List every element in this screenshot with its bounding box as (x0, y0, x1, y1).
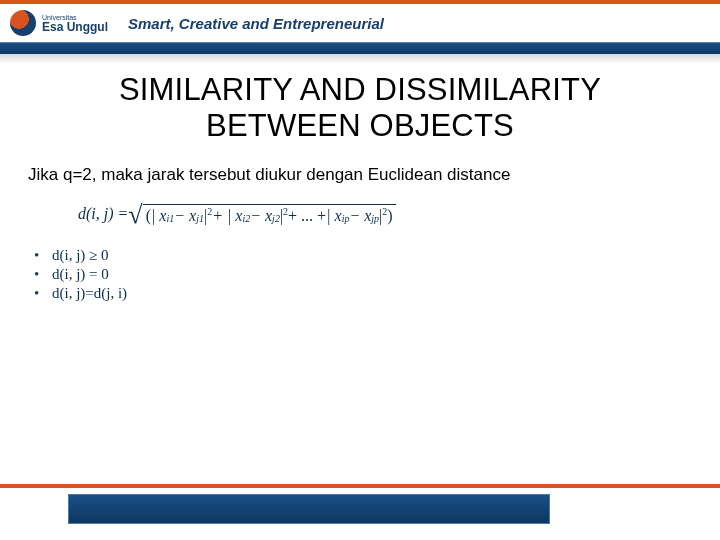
euclidean-formula: d(i, j) = √ (| xi1 − xj1 |2 + | xi2 − xj… (78, 199, 692, 229)
header-shadow (0, 54, 720, 64)
formula-radicand: (| xi1 − xj1 |2 + | xi2 − xj2 |2 + ... +… (143, 204, 396, 225)
logo-icon (10, 10, 36, 36)
header-bar: Universitas Esa Unggul Smart, Creative a… (0, 0, 720, 54)
tagline: Smart, Creative and Entrepreneurial (128, 15, 384, 32)
header-inner: Universitas Esa Unggul Smart, Creative a… (0, 0, 720, 42)
logo-text: Universitas Esa Unggul (42, 14, 108, 33)
body-text: Jika q=2, maka jarak tersebut diukur den… (28, 165, 692, 185)
property-item: d(i, j) = 0 (34, 266, 692, 283)
footer-blue-panel (68, 494, 550, 524)
footer-bar (0, 484, 720, 540)
footer-orange-border (0, 484, 720, 488)
header-orange-border (0, 0, 720, 4)
sqrt-icon: √ (128, 200, 142, 230)
slide-title: SIMILARITY AND DISSIMILARITY BETWEEN OBJ… (28, 72, 692, 143)
title-line-2: BETWEEN OBJECTS (206, 108, 514, 143)
slide-content: SIMILARITY AND DISSIMILARITY BETWEEN OBJ… (0, 54, 720, 302)
properties-list: d(i, j) ≥ 0 d(i, j) = 0 d(i, j)=d(j, i) (34, 247, 692, 302)
header-blue-bar (0, 42, 720, 54)
title-line-1: SIMILARITY AND DISSIMILARITY (119, 72, 601, 107)
formula-lhs: d(i, j) = (78, 205, 128, 223)
logo: Universitas Esa Unggul (10, 10, 108, 36)
logo-name: Esa Unggul (42, 20, 108, 34)
property-item: d(i, j)=d(j, i) (34, 285, 692, 302)
property-item: d(i, j) ≥ 0 (34, 247, 692, 264)
